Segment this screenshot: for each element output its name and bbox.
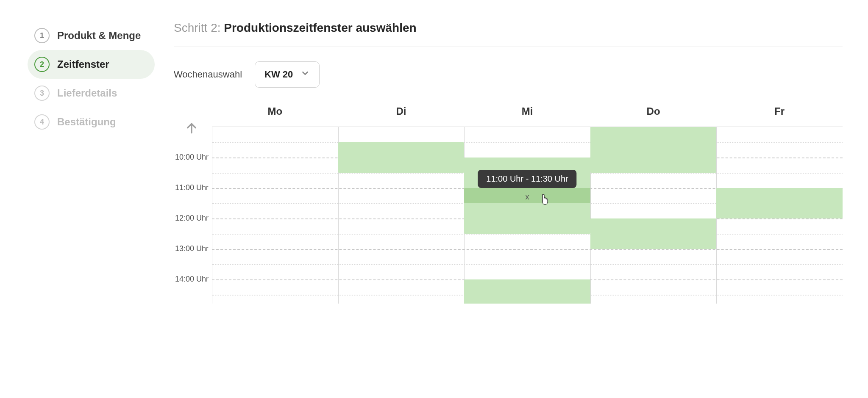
time-column: 10:00 Uhr11:00 Uhr12:00 Uhr13:00 Uhr14:0… — [174, 127, 212, 304]
calendar-grid[interactable]: x11:00 Uhr - 11:30 Uhr — [212, 127, 843, 304]
title-text: Produktionszeitfenster auswählen — [224, 21, 416, 34]
step-confirm[interactable]: 4 Bestätigung — [28, 108, 155, 136]
time-label: 14:00 Uhr — [175, 275, 209, 284]
available-slot[interactable] — [590, 218, 717, 249]
step-badge: 4 — [34, 114, 50, 130]
available-slot[interactable] — [464, 279, 590, 304]
time-label: 12:00 Uhr — [175, 214, 209, 223]
step-label: Lieferdetails — [57, 87, 117, 99]
step-badge: 3 — [34, 86, 50, 101]
step-product[interactable]: 1 Produkt & Menge — [28, 21, 155, 50]
step-timeslot[interactable]: 2 Zeitfenster — [28, 50, 155, 79]
selected-slot[interactable]: x — [464, 188, 590, 203]
grid-halfhour-line — [212, 234, 843, 235]
time-label: 11:00 Uhr — [175, 183, 209, 192]
scroll-up-button[interactable] — [185, 122, 198, 137]
slot-tooltip: 11:00 Uhr - 11:30 Uhr — [478, 170, 576, 188]
week-select-value: KW 20 — [264, 69, 293, 80]
day-header-do: Do — [590, 105, 717, 127]
day-header-mo: Mo — [212, 105, 338, 127]
remove-slot-button[interactable]: x — [525, 193, 529, 202]
step-delivery[interactable]: 3 Lieferdetails — [28, 79, 155, 108]
week-select[interactable]: KW 20 — [255, 61, 320, 88]
grid-halfhour-line — [212, 142, 843, 143]
page-title: Schritt 2: Produktionszeitfenster auswäh… — [174, 21, 843, 47]
grid-vline — [212, 127, 212, 304]
step-badge: 2 — [34, 57, 50, 72]
title-prefix: Schritt 2: — [174, 21, 224, 34]
day-header-mi: Mi — [464, 105, 590, 127]
week-select-label: Wochenauswahl — [174, 69, 242, 80]
time-label: 13:00 Uhr — [175, 244, 209, 253]
grid-halfhour-line — [212, 264, 843, 265]
step-badge: 1 — [34, 28, 50, 43]
step-label: Bestätigung — [57, 116, 116, 128]
time-label: 10:00 Uhr — [175, 153, 209, 162]
available-slot[interactable] — [338, 142, 465, 173]
step-label: Produkt & Menge — [57, 30, 141, 41]
day-header-fr: Fr — [716, 105, 843, 127]
step-label: Zeitfenster — [57, 58, 109, 70]
available-slot[interactable] — [716, 188, 843, 218]
step-sidebar: 1 Produkt & Menge 2 Zeitfenster 3 Liefer… — [28, 21, 155, 304]
day-header-di: Di — [338, 105, 465, 127]
available-slot[interactable] — [590, 127, 717, 173]
grid-hour-line — [212, 249, 843, 250]
chevron-down-icon — [300, 69, 310, 80]
calendar: Mo Di Mi Do Fr 10:00 Uhr11:00 Uhr12:00 U… — [174, 105, 843, 304]
